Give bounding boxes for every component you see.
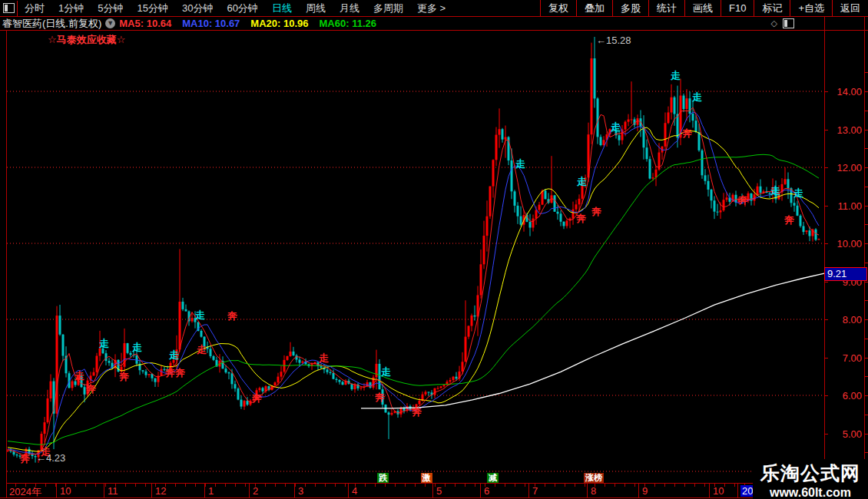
candle-body xyxy=(720,210,722,212)
candle-body xyxy=(75,382,77,385)
y-label-13: 13.00 xyxy=(827,125,862,135)
candle-body xyxy=(47,398,49,422)
y-tick xyxy=(824,243,828,244)
candle-body xyxy=(686,98,688,109)
rail-tick xyxy=(865,395,868,396)
signal-ben-0: 奔 xyxy=(20,454,30,464)
candle-body xyxy=(806,230,808,232)
candle-body xyxy=(563,222,565,226)
candle-body xyxy=(560,213,562,221)
candle-body xyxy=(244,401,246,406)
candle-body xyxy=(71,382,74,388)
candle-body xyxy=(213,356,215,360)
month-tick xyxy=(432,483,433,497)
rail-tick xyxy=(865,224,868,225)
candle-body xyxy=(240,400,243,407)
candle-body xyxy=(505,137,507,140)
candle-body xyxy=(259,388,261,390)
candle-body xyxy=(511,160,513,191)
candle-body xyxy=(597,98,599,137)
candle-body xyxy=(797,206,799,216)
candle-body xyxy=(277,377,280,383)
rail-tick xyxy=(865,263,868,263)
rail-tick xyxy=(865,452,868,453)
month-label-10: 7 xyxy=(532,485,538,497)
candle-body xyxy=(489,187,492,216)
month-label-12: 9 xyxy=(642,485,648,497)
candle-body xyxy=(449,380,452,382)
month-tick xyxy=(638,483,639,497)
candle-body xyxy=(400,408,403,415)
candle-body xyxy=(452,377,455,380)
y-tick xyxy=(824,395,828,396)
formula-label[interactable]: ☆马泰效应收藏☆ xyxy=(48,33,125,47)
y-tick xyxy=(824,167,828,168)
rail-tick xyxy=(865,434,868,435)
signal-zou-23: 走 xyxy=(671,71,681,81)
ma20-line xyxy=(8,127,819,451)
candle-body xyxy=(495,135,498,160)
signal-zou-25: 走 xyxy=(692,92,702,102)
rail-tick xyxy=(865,111,868,111)
signal-zou-2: 走 xyxy=(75,371,84,381)
candle-body xyxy=(326,369,329,372)
candle-body xyxy=(474,316,476,316)
candle-body xyxy=(200,331,203,337)
month-label-2: 11 xyxy=(108,485,118,497)
candle-body xyxy=(462,362,464,372)
candle-body xyxy=(456,377,458,379)
candle-body xyxy=(191,318,194,321)
candle-body xyxy=(428,392,430,392)
candle-body xyxy=(287,356,289,360)
candle-body xyxy=(50,382,52,398)
rail-tick xyxy=(865,130,868,131)
month-label-4: 1 xyxy=(208,485,214,497)
candle-body xyxy=(280,372,283,376)
candle-body xyxy=(262,388,264,391)
candle-body xyxy=(130,353,132,355)
candle-body xyxy=(330,372,332,373)
candle-body xyxy=(701,150,704,175)
candle-body xyxy=(668,112,670,123)
candle-body xyxy=(695,121,697,132)
candle-body xyxy=(492,160,495,186)
candle-body xyxy=(354,385,356,389)
flag-badge-2: 减 xyxy=(487,473,499,483)
month-tick xyxy=(348,483,349,497)
candle-body xyxy=(689,98,691,114)
axis-rail[interactable] xyxy=(864,17,865,499)
candle-body xyxy=(62,335,65,356)
candle-body xyxy=(468,326,470,337)
y-label-12: 12.00 xyxy=(827,163,862,173)
candle-body xyxy=(425,392,427,394)
y-tick xyxy=(824,282,828,283)
signal-zou-14: 走 xyxy=(319,353,329,363)
signal-ben-26: 奔 xyxy=(738,195,748,205)
rail-tick xyxy=(865,319,868,320)
y-label-7: 7.00 xyxy=(827,353,862,363)
y-label-5: 5.00 xyxy=(827,429,862,439)
candle-body xyxy=(711,190,713,200)
candle-body xyxy=(594,58,596,98)
signal-ben-8: 奔 xyxy=(165,368,175,378)
candle-body xyxy=(600,137,602,145)
ma5-line xyxy=(8,107,819,454)
rail-tick xyxy=(865,358,868,359)
candle-body xyxy=(93,372,95,376)
signal-zou-7: 走 xyxy=(169,350,179,360)
month-label-3: 12 xyxy=(155,485,166,497)
candle-body xyxy=(545,190,547,199)
candle-body xyxy=(717,212,719,213)
candle-body xyxy=(360,388,363,388)
y-label-10: 10.00 xyxy=(827,239,862,249)
y-tick xyxy=(824,91,828,92)
price-annotation-1: ←4.23 xyxy=(36,452,65,464)
candle-body xyxy=(182,302,184,309)
watermark-url: www.60lt.com xyxy=(753,486,868,499)
candle-body xyxy=(443,385,446,386)
candle-body xyxy=(376,364,378,377)
flag-badge-3: 涨榜 xyxy=(584,473,604,483)
month-tick xyxy=(587,483,588,497)
candle-body xyxy=(465,337,467,362)
month-label-8: 5 xyxy=(436,485,442,497)
